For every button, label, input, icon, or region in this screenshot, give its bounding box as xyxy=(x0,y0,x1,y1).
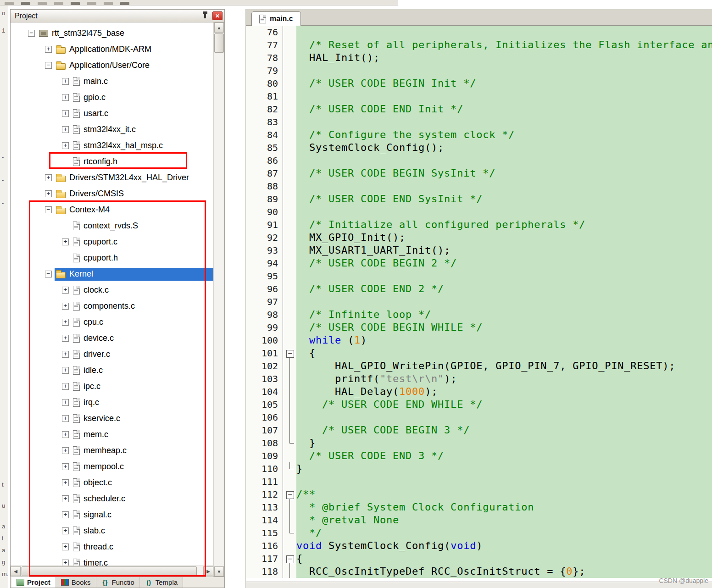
scroll-right-button[interactable]: ▶ xyxy=(203,566,213,576)
horizontal-scroll-thumb[interactable] xyxy=(22,566,197,576)
code-text[interactable]: * @brief System Clock Configuration xyxy=(296,501,712,514)
code-text[interactable]: /* USER CODE END 3 */ xyxy=(296,449,712,462)
expand-toggle[interactable]: + xyxy=(62,78,69,85)
fold-marker[interactable] xyxy=(283,321,296,334)
tree-item[interactable]: + timer.c xyxy=(11,555,213,566)
fold-marker[interactable] xyxy=(283,128,296,141)
tree-item-body[interactable]: kservice.c xyxy=(72,412,213,425)
fold-marker[interactable] xyxy=(283,527,296,539)
tree-item[interactable]: + scheduler.c xyxy=(11,491,213,507)
fold-marker[interactable] xyxy=(283,449,296,462)
code-text[interactable]: MX_GPIO_Init(); xyxy=(296,231,712,244)
tree-item-body[interactable]: Drivers/STM32L4xx_HAL_Driver xyxy=(55,172,213,184)
tree-item-body[interactable]: stm32l4xx_it.c xyxy=(72,123,213,136)
tree-item[interactable]: + cpuport.c xyxy=(11,234,213,250)
fold-marker[interactable] xyxy=(283,193,296,205)
tree-item-body[interactable]: main.c xyxy=(72,75,213,88)
tree-item[interactable]: context_rvds.S xyxy=(11,218,213,234)
fold-marker[interactable] xyxy=(283,501,296,514)
tree-item[interactable]: + irq.c xyxy=(11,394,213,410)
tree-item[interactable]: + kservice.c xyxy=(11,410,213,427)
bottom-tab[interactable]: Project xyxy=(11,577,56,588)
fold-marker[interactable] xyxy=(283,244,296,257)
fold-marker[interactable] xyxy=(283,462,296,475)
fold-marker[interactable] xyxy=(283,552,296,565)
expand-toggle[interactable]: + xyxy=(45,190,52,197)
tree-item-body[interactable]: Application/MDK-ARM xyxy=(55,43,213,56)
tree-item-body[interactable]: cpuport.h xyxy=(72,252,213,265)
tree-item[interactable]: − Kernel xyxy=(11,266,213,282)
tree-item-body[interactable]: Application/User/Core xyxy=(55,59,213,72)
expand-toggle[interactable]: + xyxy=(45,46,52,53)
tree-item[interactable]: + clock.c xyxy=(11,282,213,298)
expand-toggle[interactable]: + xyxy=(62,287,69,294)
scroll-left-button[interactable]: ◀ xyxy=(11,566,21,576)
tree-item-body[interactable]: cpuport.c xyxy=(72,236,213,249)
expand-toggle[interactable]: + xyxy=(62,335,69,342)
bottom-tab[interactable]: Books xyxy=(56,577,96,588)
fold-marker[interactable] xyxy=(283,64,296,77)
expand-toggle[interactable]: + xyxy=(62,463,69,470)
tree-vertical-scrollbar[interactable]: ▲ ▼ xyxy=(213,22,224,577)
expand-toggle[interactable]: − xyxy=(45,271,52,277)
fold-marker[interactable] xyxy=(283,154,296,167)
fold-marker[interactable] xyxy=(283,360,296,372)
tree-item-body[interactable]: ipc.c xyxy=(72,380,213,393)
code-text[interactable]: /* USER CODE BEGIN SysInit */ xyxy=(296,167,712,180)
tree-item-body[interactable]: thread.c xyxy=(72,541,213,554)
expand-toggle[interactable]: + xyxy=(62,447,69,454)
expand-toggle[interactable]: + xyxy=(62,367,69,374)
code-text[interactable]: SystemClock_Config(); xyxy=(296,141,712,154)
tree-item-body[interactable]: idle.c xyxy=(72,364,213,377)
tree-item[interactable]: − Contex-M4 xyxy=(11,202,213,218)
tree-item[interactable]: + stm32l4xx_it.c xyxy=(11,122,213,138)
code-text[interactable]: /* USER CODE END WHILE */ xyxy=(296,398,712,411)
tree-item-body[interactable]: Drivers/CMSIS xyxy=(55,188,213,200)
bottom-tab[interactable]: {} Functio xyxy=(96,577,140,588)
bottom-tab[interactable]: () Templa xyxy=(140,577,183,588)
expand-toggle[interactable]: + xyxy=(62,495,69,502)
code-text[interactable] xyxy=(296,64,712,77)
tree-item-body[interactable]: cpu.c xyxy=(72,316,213,329)
tree-item-body[interactable]: context_rvds.S xyxy=(72,220,213,233)
fold-marker[interactable] xyxy=(283,565,296,578)
code-text[interactable] xyxy=(296,205,712,218)
code-text[interactable]: while (1) xyxy=(296,334,712,347)
editor-tab-main-c[interactable]: main.c xyxy=(251,11,301,26)
expand-toggle[interactable]: + xyxy=(62,110,69,117)
tree-item[interactable]: + Drivers/CMSIS xyxy=(11,186,213,202)
vertical-scroll-thumb[interactable] xyxy=(214,33,224,53)
tree-item[interactable]: cpuport.h xyxy=(11,250,213,266)
tree-item[interactable]: + main.c xyxy=(11,73,213,89)
tree-item-body[interactable]: timer.c xyxy=(72,557,213,566)
code-text[interactable]: * @retval None xyxy=(296,514,712,527)
code-text[interactable]: } xyxy=(296,437,712,449)
tree-item[interactable]: + memheap.c xyxy=(11,443,213,459)
tree-item-body[interactable]: clock.c xyxy=(72,284,213,297)
expand-toggle[interactable]: + xyxy=(62,544,69,550)
fold-marker[interactable] xyxy=(283,488,296,501)
tree-item[interactable]: + mem.c xyxy=(11,427,213,443)
code-text[interactable]: { xyxy=(296,347,712,360)
tree-item[interactable]: + Drivers/STM32L4xx_HAL_Driver xyxy=(11,170,213,186)
fold-marker[interactable] xyxy=(283,218,296,231)
fold-marker[interactable] xyxy=(283,167,296,180)
fold-marker[interactable] xyxy=(283,398,296,411)
tree-item[interactable]: + thread.c xyxy=(11,539,213,555)
code-text[interactable]: */ xyxy=(296,527,712,539)
tree-item-body[interactable]: gpio.c xyxy=(72,91,213,104)
tree-item[interactable]: + idle.c xyxy=(11,362,213,378)
tree-item-body[interactable]: rtt_stm32l475_base xyxy=(38,27,213,40)
fold-marker[interactable] xyxy=(283,77,296,90)
fold-marker[interactable] xyxy=(283,334,296,347)
expand-toggle[interactable]: + xyxy=(62,399,69,406)
expand-toggle[interactable]: + xyxy=(62,319,69,326)
fold-marker[interactable] xyxy=(283,475,296,488)
tree-item[interactable]: + Application/MDK-ARM xyxy=(11,41,213,57)
fold-marker[interactable] xyxy=(283,39,296,51)
fold-marker[interactable] xyxy=(283,372,296,385)
tree-item-body[interactable]: usart.c xyxy=(72,107,213,120)
code-text[interactable]: MX_USART1_UART_Init(); xyxy=(296,244,712,257)
expand-toggle[interactable]: + xyxy=(62,479,69,486)
code-text[interactable]: } xyxy=(296,462,712,475)
